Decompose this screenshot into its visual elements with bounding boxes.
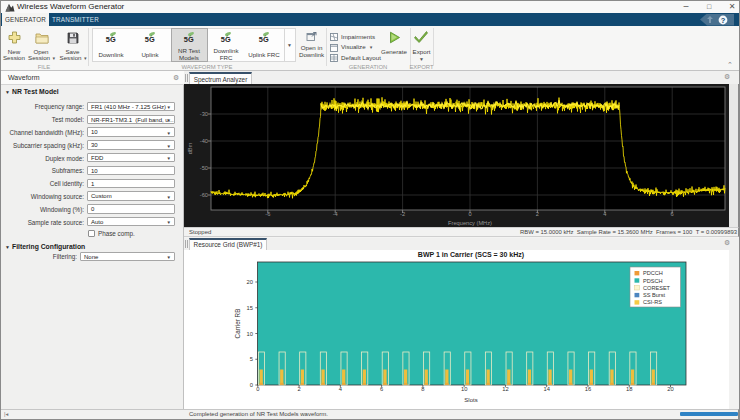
svg-text:10: 10	[461, 386, 467, 392]
svg-text:6: 6	[380, 386, 383, 392]
svg-text:PDSCH: PDSCH	[643, 278, 663, 284]
svg-text:5G: 5G	[221, 35, 231, 44]
svg-text:Carrier RB: Carrier RB	[234, 309, 241, 339]
svg-text:-4: -4	[333, 211, 338, 217]
svg-text:16: 16	[585, 386, 591, 392]
svg-text:5G: 5G	[106, 35, 116, 44]
svg-text:4: 4	[603, 211, 606, 217]
svg-text:0: 0	[250, 382, 253, 388]
svg-text:12: 12	[502, 386, 508, 392]
svg-text:SS Burst: SS Burst	[643, 292, 666, 298]
svg-text:10: 10	[247, 331, 253, 337]
svg-text:2: 2	[536, 211, 539, 217]
svg-text:CSI-RS: CSI-RS	[643, 299, 662, 305]
svg-text:-40: -40	[200, 138, 208, 144]
svg-text:-50: -50	[200, 165, 208, 171]
svg-text:2: 2	[297, 386, 300, 392]
svg-text:-30: -30	[200, 111, 208, 117]
svg-text:5G: 5G	[259, 35, 269, 44]
svg-text:5G: 5G	[184, 35, 194, 44]
svg-text:8: 8	[421, 386, 424, 392]
svg-text:BWP 1 in Carrier (SCS = 30 kHz: BWP 1 in Carrier (SCS = 30 kHz)	[418, 251, 524, 259]
svg-text:0: 0	[468, 211, 471, 217]
svg-text:5G: 5G	[145, 35, 155, 44]
svg-text:dBm: dBm	[187, 142, 193, 154]
svg-text:20: 20	[247, 279, 253, 285]
svg-text:15: 15	[247, 305, 253, 311]
svg-text:?: ?	[721, 15, 726, 24]
svg-text:20: 20	[667, 386, 673, 392]
svg-text:CORESET: CORESET	[643, 285, 671, 291]
svg-text:14: 14	[543, 386, 550, 392]
svg-text:18: 18	[626, 386, 632, 392]
svg-text:5: 5	[250, 356, 253, 362]
svg-text:6: 6	[671, 211, 674, 217]
svg-text:0: 0	[256, 386, 259, 392]
svg-text:-2: -2	[400, 211, 405, 217]
svg-text:-6: -6	[265, 211, 270, 217]
svg-text:Slots: Slots	[464, 397, 477, 403]
svg-text:-60: -60	[200, 192, 208, 198]
svg-text:Frequency (MHz): Frequency (MHz)	[448, 220, 492, 226]
svg-text:PDCCH: PDCCH	[643, 270, 663, 276]
